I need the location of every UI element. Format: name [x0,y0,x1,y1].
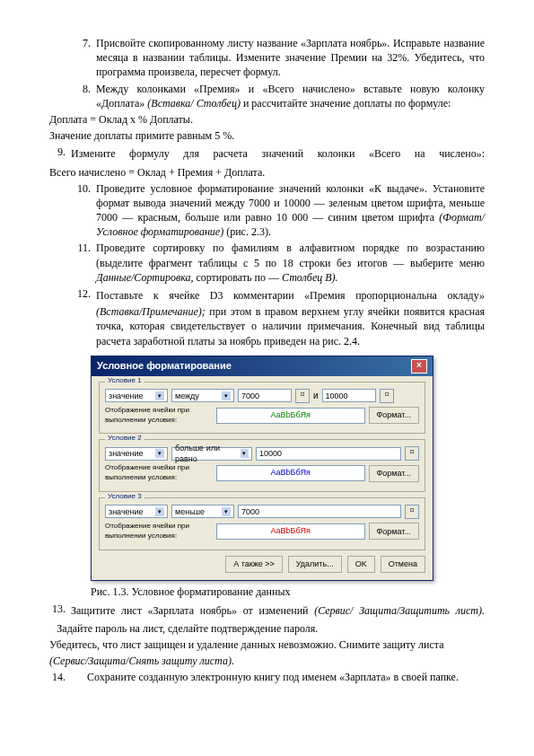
formula-vsego: Всего начислено = Оклад + Премия + Допла… [49,165,485,180]
item-text: Измените формулу для расчета значений ко… [71,146,485,161]
condition-group-2: Условие 2 значение▾ больше или равно▾ 10… [99,439,425,492]
item-number: 11. [49,241,96,285]
sample-preview: AaBbБбЯя [216,523,365,540]
operator-combo[interactable]: меньше▾ [171,505,234,518]
chevron-down-icon: ▾ [155,507,164,516]
sample-preview: AaBbБбЯя [216,408,365,424]
item-number: 12. [49,286,96,348]
formula-doplata: Доплата = Оклад х % Доплаты. [49,112,485,127]
dialog-titlebar[interactable]: Условное форматирование × [92,356,433,376]
chevron-down-icon: ▾ [241,449,249,458]
item-text: Защитите лист «Зарплата ноябрь» от измен… [71,602,485,620]
item-text: Присвойте скопированному листу название … [96,36,485,80]
list-item-8: 8. Между колонками «Премия» и «Всего нач… [49,82,485,110]
list-item-12: 12. Поставьте к ячейке D3 комментарии «П… [49,286,485,348]
sample-label: Отображение ячейки при выполнении услови… [105,406,213,426]
condition-group-3: Условие 3 значение▾ меньше▾ 7000 ⌑ Отобр… [99,497,425,550]
chevron-down-icon: ▾ [155,391,164,400]
list-item-14: 14. Сохраните созданную электронную книг… [49,670,485,684]
item-number: 10. [49,181,96,240]
operator-combo[interactable]: больше или равно▾ [171,447,252,461]
value-input[interactable]: 10000 [322,389,376,402]
item-13-cont: x Задайте пароль на лист, сделайте подтв… [49,621,485,636]
dialog-footer: А также >> Удалить... OK Отмена [99,556,425,573]
chevron-down-icon: ▾ [155,449,164,458]
item-number: 14. [49,670,71,684]
group-label: Условие 1 [105,376,144,386]
sample-label: Отображение ячейки при выполнении услови… [105,522,213,541]
item-13-cont3: (Сервис/Защита/Снять защиту листа). [49,654,485,668]
value-input[interactable]: 7000 [238,505,401,518]
operator-combo[interactable]: между▾ [171,389,234,402]
item-text: Между колонками «Премия» и «Всего начисл… [96,82,485,110]
and-label: и [313,390,319,402]
conditional-formatting-dialog: Условное форматирование × Условие 1 знач… [91,356,433,581]
range-picker-icon[interactable]: ⌑ [295,389,310,403]
value-input[interactable]: 7000 [238,389,292,402]
item-text: Сохраните созданную электронную книгу по… [71,670,485,684]
group-label: Условие 3 [105,492,144,502]
range-picker-icon[interactable]: ⌑ [405,505,419,519]
format-button[interactable]: Формат... [369,465,419,482]
close-icon[interactable]: × [411,359,427,374]
item-text: Проведите условное форматирование значен… [96,181,485,240]
sample-preview: AaBbБбЯя [216,465,365,481]
list-item-7: 7. Присвойте скопированному листу назван… [49,36,485,80]
delete-button[interactable]: Удалить... [288,556,342,573]
list-item-11: 11. Проведите сортировку по фамилиям в а… [49,241,485,285]
list-item-9: 9. Измените формулу для расчета значений… [49,145,485,163]
format-button[interactable]: Формат... [369,407,419,424]
item-number: 13. [49,602,71,620]
range-picker-icon[interactable]: ⌑ [405,446,419,461]
item-number: 7. [49,36,96,80]
list-item-13: 13. Защитите лист «Зарплата ноябрь» от и… [49,602,485,620]
item-number: 9. [49,145,71,163]
dialog-body: Условие 1 значение▾ между▾ 7000 ⌑ и 1000… [92,376,433,580]
sample-label: Отображение ячейки при выполнении услови… [105,463,213,483]
range-picker-icon[interactable]: ⌑ [380,389,394,403]
value-combo[interactable]: значение▾ [105,389,168,402]
value-combo[interactable]: значение▾ [105,505,168,518]
value-combo[interactable]: значение▾ [105,447,168,461]
item-text: Проведите сортировку по фамилиям в алфав… [96,241,485,285]
group-label: Условие 2 [105,434,144,444]
figure-caption: Рис. 1.3. Условное форматирование данных [91,585,485,599]
item-number: 8. [49,82,96,110]
add-button[interactable]: А также >> [225,556,283,573]
dialog-title: Условное форматирование [97,359,232,373]
cancel-button[interactable]: Отмена [381,556,425,573]
chevron-down-icon: ▾ [222,391,231,400]
condition-group-1: Условие 1 значение▾ между▾ 7000 ⌑ и 1000… [99,382,425,435]
note-5pct: Значение доплаты примите равным 5 %. [49,128,485,143]
value-input[interactable]: 10000 [256,447,401,461]
ok-button[interactable]: OK [347,556,375,573]
chevron-down-icon: ▾ [222,507,231,516]
item-text: Поставьте к ячейке D3 комментарии «Преми… [96,286,485,348]
format-button[interactable]: Формат... [369,523,419,540]
item-13-cont2: Убедитесь, что лист защищен и удаление д… [49,637,485,652]
list-item-10: 10. Проведите условное форматирование зн… [49,181,485,240]
page: 7. Присвойте скопированному листу назван… [0,0,534,723]
